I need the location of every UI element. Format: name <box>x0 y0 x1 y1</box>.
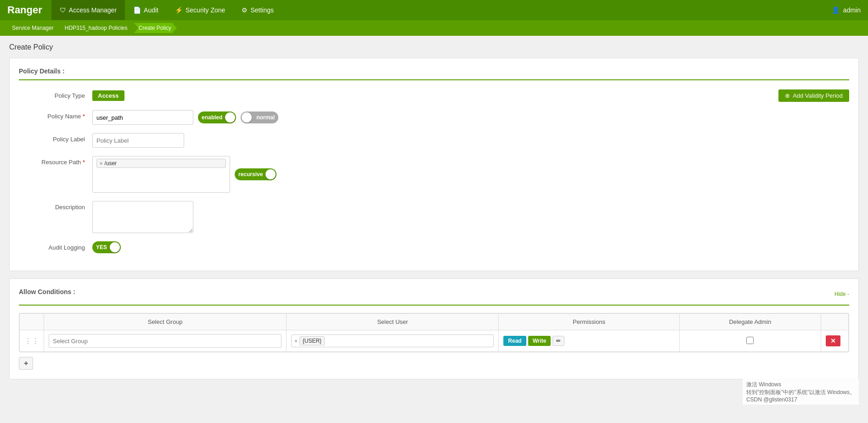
resource-path-tag: × /user <box>96 159 226 168</box>
normal-toggle[interactable]: normal <box>241 111 278 123</box>
gear-icon: ⚙ <box>242 6 248 14</box>
permission-write-button[interactable]: Write <box>528 336 551 346</box>
td-select-user: × {USER} <box>287 330 499 352</box>
watermark: 激活 Windows 转到"控制面板"中的"系统"以激活 Windows。 CS… <box>743 379 859 387</box>
table-row: ⋮⋮ × {USER} <box>20 330 849 352</box>
conditions-table-wrap: Select Group Select User Permissions Del… <box>19 313 849 352</box>
nav-audit[interactable]: 📄 Audit <box>125 0 167 20</box>
brand-logo: Ranger <box>7 4 42 16</box>
audit-logging-row: Audit Logging YES <box>19 241 849 253</box>
permission-read-button[interactable]: Read <box>503 336 526 346</box>
audit-logging-toggle[interactable]: YES <box>92 241 121 253</box>
nav-security-zone[interactable]: ⚡ Security Zone <box>167 0 233 20</box>
page-title: Create Policy <box>9 43 859 51</box>
delegate-admin-checkbox[interactable] <box>746 337 754 344</box>
td-permissions: Read Write ✏ <box>499 330 679 352</box>
th-select-user: Select User <box>287 314 499 330</box>
breadcrumb-service-manager[interactable]: Service Manager <box>7 23 59 33</box>
resource-path-tag-area[interactable]: × /user <box>92 156 230 193</box>
allow-conditions-card: Allow Conditions : Hide - Select Group S… <box>9 278 859 379</box>
recursive-toggle[interactable]: recursive <box>235 168 276 180</box>
toggle-knob-audit <box>110 242 120 252</box>
policy-details-title: Policy Details : <box>19 67 849 75</box>
shield-icon: 🛡 <box>60 6 66 14</box>
permission-edit-button[interactable]: ✏ <box>552 336 564 346</box>
th-select-group: Select Group <box>44 314 287 330</box>
select-user-area[interactable]: × {USER} <box>291 334 494 347</box>
add-validity-period-button[interactable]: ⊕ Add Validity Period <box>778 89 849 102</box>
td-delegate-admin <box>679 330 821 352</box>
user-tag-remove[interactable]: × <box>294 338 297 344</box>
breadcrumb-create-policy: Create Policy <box>134 23 176 33</box>
breadcrumb: Service Manager HDP315_hadoop Policies C… <box>0 20 868 36</box>
page-content: Create Policy Policy Details : Policy Ty… <box>0 36 868 387</box>
toggle-knob-recursive <box>265 169 276 179</box>
document-icon: 📄 <box>133 6 141 14</box>
description-textarea[interactable] <box>92 201 193 233</box>
policy-name-row: Policy Name * enabled normal <box>19 110 849 125</box>
clock-icon: ⊕ <box>785 92 790 99</box>
th-actions <box>821 314 849 330</box>
top-navigation: Ranger 🛡 Access Manager 📄 Audit ⚡ Securi… <box>0 0 868 20</box>
td-select-group <box>44 330 287 352</box>
policy-type-label: Policy Type <box>19 89 92 99</box>
td-delete: ✕ <box>821 330 849 352</box>
toggle-knob-normal <box>242 112 252 122</box>
user-menu[interactable]: 👤 admin <box>832 6 861 14</box>
enabled-toggle[interactable]: enabled <box>198 111 236 123</box>
select-group-input[interactable] <box>49 334 282 348</box>
resource-path-controls: × /user recursive <box>92 156 849 193</box>
security-zone-icon: ⚡ <box>175 6 183 14</box>
policy-type-row: Policy Type Access ⊕ Add Validity Period <box>19 89 849 102</box>
allow-conditions-header: Allow Conditions : Hide - <box>19 288 849 300</box>
policy-label-label: Policy Label <box>19 133 92 143</box>
delete-row-button[interactable]: ✕ <box>826 335 840 346</box>
th-delegate-admin: Delegate Admin <box>679 314 821 330</box>
resource-path-label: Resource Path * <box>19 156 92 166</box>
permissions-controls: Read Write ✏ <box>503 336 674 346</box>
policy-type-badge: Access <box>92 90 124 101</box>
policy-name-controls: enabled normal <box>92 110 849 125</box>
user-tag: {USER} <box>299 336 325 345</box>
drag-icon: ⋮⋮ <box>24 337 39 345</box>
audit-logging-label: Audit Logging <box>19 241 92 251</box>
conditions-table: Select Group Select User Permissions Del… <box>19 313 849 352</box>
th-permissions: Permissions <box>499 314 679 330</box>
add-row-button[interactable]: + <box>19 357 33 370</box>
nav-settings[interactable]: ⚙ Settings <box>233 0 282 20</box>
policy-name-label: Policy Name * <box>19 110 92 120</box>
policy-details-card: Policy Details : Policy Type Access ⊕ Ad… <box>9 58 859 271</box>
policy-label-input[interactable] <box>92 133 184 148</box>
description-row: Description <box>19 201 849 233</box>
policy-label-row: Policy Label <box>19 133 849 148</box>
policy-name-input[interactable] <box>92 110 193 125</box>
hide-link[interactable]: Hide - <box>834 291 849 297</box>
audit-logging-controls: YES <box>92 241 849 253</box>
description-label: Description <box>19 201 92 211</box>
description-controls <box>92 201 849 233</box>
allow-conditions-title: Allow Conditions : <box>19 288 75 295</box>
th-handle <box>20 314 44 330</box>
resource-path-row: Resource Path * × /user recursive <box>19 156 849 193</box>
toggle-knob-enabled <box>225 112 235 122</box>
row-drag-handle[interactable]: ⋮⋮ <box>20 330 44 352</box>
conditions-table-header: Select Group Select User Permissions Del… <box>20 314 849 330</box>
breadcrumb-policies[interactable]: HDP315_hadoop Policies <box>60 23 133 33</box>
user-icon: 👤 <box>832 6 840 14</box>
policy-label-controls <box>92 133 849 148</box>
tag-remove-button[interactable]: × <box>100 161 102 166</box>
policy-type-controls: Access ⊕ Add Validity Period <box>92 89 849 102</box>
nav-access-manager[interactable]: 🛡 Access Manager <box>51 0 125 20</box>
